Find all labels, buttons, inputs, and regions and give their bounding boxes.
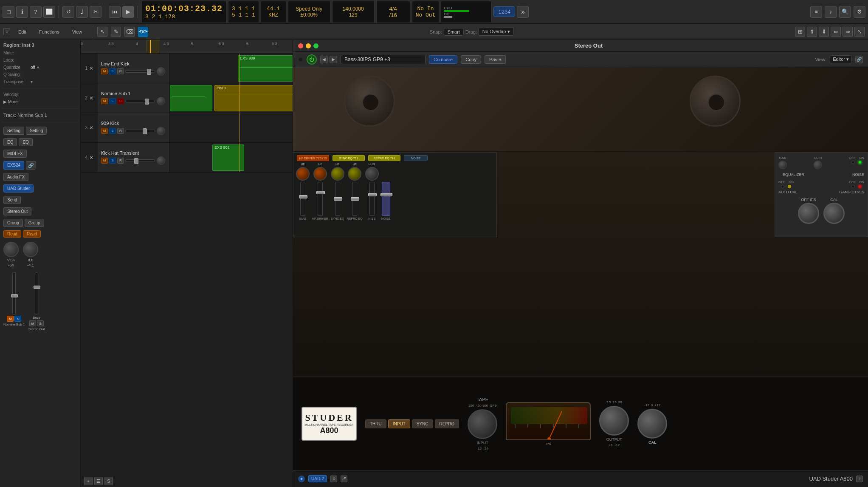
- power-btn[interactable]: ⏻: [307, 54, 317, 65]
- settings-btn[interactable]: ⚙: [854, 6, 865, 18]
- view-menu[interactable]: View: [68, 28, 87, 36]
- arrow-left-btn[interactable]: ⇐: [831, 27, 841, 37]
- input-btn[interactable]: INPUT: [388, 419, 410, 428]
- repro-eq-knob[interactable]: [348, 167, 361, 181]
- add-track-btn[interactable]: +: [84, 477, 93, 485]
- group-btn-1[interactable]: Group: [3, 219, 23, 227]
- output-knob[interactable]: [599, 406, 629, 436]
- solo-btn-1[interactable]: S: [109, 68, 116, 74]
- s-btn-1[interactable]: S: [14, 316, 21, 322]
- lcd-btn[interactable]: 1234: [493, 6, 515, 17]
- input-knob[interactable]: [468, 409, 497, 439]
- sync-eq-fader-track[interactable]: [335, 182, 340, 216]
- pan-3[interactable]: [157, 127, 165, 135]
- arrow-up-btn[interactable]: ⇑: [807, 27, 817, 37]
- save-btn[interactable]: ⬜: [43, 6, 55, 18]
- repro-eq-btn[interactable]: REPRO EQ 718: [368, 155, 400, 161]
- solo-btn-2[interactable]: S: [109, 98, 116, 104]
- link-icon-btn[interactable]: 🔗: [855, 56, 863, 63]
- sync-btn[interactable]: SYNC: [412, 419, 433, 428]
- settings-btn-track[interactable]: S: [104, 477, 113, 485]
- mute-btn-2[interactable]: M: [101, 98, 108, 104]
- hf-knob-1[interactable]: [296, 167, 310, 181]
- read-btn-2[interactable]: Read: [23, 230, 41, 238]
- compare-btn[interactable]: Compare: [429, 55, 457, 64]
- hf-driver-fader-track[interactable]: [318, 182, 323, 216]
- hf-knob-2[interactable]: [313, 167, 327, 181]
- rewind-btn[interactable]: ⏮: [109, 6, 121, 18]
- link-btn[interactable]: 🔗: [26, 161, 36, 170]
- repro-btn[interactable]: REPRO: [435, 419, 459, 428]
- view-selector[interactable]: Editor ▾: [830, 55, 852, 63]
- fader-h-4[interactable]: [125, 159, 155, 162]
- read-btn-1[interactable]: Read: [3, 230, 21, 238]
- rec-btn-1[interactable]: R: [117, 68, 124, 74]
- region-toggle[interactable]: ▽: [3, 28, 10, 35]
- nab-knob[interactable]: [778, 161, 787, 169]
- hum-fader-track[interactable]: [369, 182, 375, 216]
- uad-studer-btn[interactable]: UAD Studer: [3, 184, 34, 193]
- eq-led-on[interactable]: [858, 161, 862, 164]
- help-btn[interactable]: ?: [30, 6, 42, 18]
- midi-fx-btn[interactable]: MIDI FX: [3, 150, 27, 158]
- group-btn-2[interactable]: Group: [25, 219, 44, 227]
- ac-led-off[interactable]: [781, 185, 784, 188]
- search-btn[interactable]: 🔍: [839, 6, 851, 18]
- repro-eq-fader-track[interactable]: [352, 182, 357, 216]
- arrow-down-btn[interactable]: ⇓: [819, 27, 829, 37]
- pan-1[interactable]: [157, 67, 165, 76]
- solo-btn-4[interactable]: S: [109, 158, 116, 164]
- thru-btn[interactable]: THRU: [365, 419, 386, 428]
- region-exs909-1[interactable]: EXS 909: [238, 55, 293, 82]
- ccir-knob[interactable]: [814, 161, 822, 169]
- score-btn[interactable]: ♪: [825, 6, 837, 18]
- send-btn[interactable]: Send: [3, 196, 21, 204]
- metronome-btn[interactable]: ♩: [76, 6, 88, 18]
- uad-settings-icon[interactable]: ⚙: [330, 476, 337, 482]
- stereo-out-btn[interactable]: Stereo Out: [3, 207, 31, 215]
- uad-mic-icon[interactable]: 🎤: [341, 476, 347, 482]
- eq-btn-2[interactable]: EQ: [19, 138, 32, 146]
- arrow-right-btn[interactable]: ⇒: [843, 27, 853, 37]
- setting-btn-2[interactable]: Setting: [26, 127, 47, 135]
- sync-eq-knob[interactable]: [331, 167, 344, 181]
- solo-btn-3[interactable]: S: [109, 128, 116, 134]
- play-btn[interactable]: ▶: [122, 6, 134, 18]
- loop-tool[interactable]: ⟲⟳: [138, 27, 148, 37]
- mute-btn-4[interactable]: M: [101, 158, 108, 164]
- quantize-toggle[interactable]: ▾: [37, 65, 39, 70]
- next-preset-btn[interactable]: ▶: [330, 56, 337, 63]
- snap-value[interactable]: Smart: [444, 28, 464, 36]
- cal-section-knob[interactable]: [637, 409, 667, 439]
- setting-btn-1[interactable]: Setting: [3, 127, 24, 135]
- exs24-btn[interactable]: EXS24: [3, 161, 24, 170]
- knob-1[interactable]: [3, 242, 19, 257]
- pan-2[interactable]: [157, 97, 165, 105]
- ng-led-on[interactable]: [858, 185, 862, 188]
- normalize-btn[interactable]: ⊞: [795, 27, 805, 37]
- eq-btn-1[interactable]: EQ: [3, 138, 17, 146]
- noise-fader-track[interactable]: [382, 182, 390, 216]
- hum-knob[interactable]: [365, 167, 379, 181]
- copy-btn[interactable]: Copy: [461, 55, 481, 64]
- edit-menu[interactable]: Edit: [14, 28, 31, 36]
- m-btn-1[interactable]: M: [7, 316, 14, 322]
- pan-4[interactable]: [157, 156, 165, 165]
- more-btn[interactable]: ▶ More: [3, 99, 18, 104]
- region-inst3-2[interactable]: Inst 3: [214, 85, 293, 111]
- new-btn[interactable]: ◻: [3, 6, 14, 18]
- off-ips-knob[interactable]: [798, 203, 819, 224]
- drag-value[interactable]: No Overlap ▾: [479, 28, 514, 36]
- mute-btn-3[interactable]: M: [101, 128, 108, 134]
- pointer-tool[interactable]: ↖: [97, 27, 107, 37]
- eq-led-off[interactable]: [851, 161, 855, 164]
- prev-preset-btn[interactable]: ◀: [320, 56, 328, 63]
- maximize-btn[interactable]: [313, 43, 318, 48]
- ng-led-off[interactable]: [851, 185, 855, 188]
- fader-track-2[interactable]: [35, 272, 38, 315]
- hf-driver-btn[interactable]: HF DRIVER 712/713: [297, 155, 329, 161]
- transpose-toggle[interactable]: ▾: [31, 79, 33, 84]
- preset-selector[interactable]: Bass-30IPS GP9 +3: [341, 55, 426, 64]
- close-btn[interactable]: [298, 43, 303, 48]
- knob-2[interactable]: [23, 242, 38, 257]
